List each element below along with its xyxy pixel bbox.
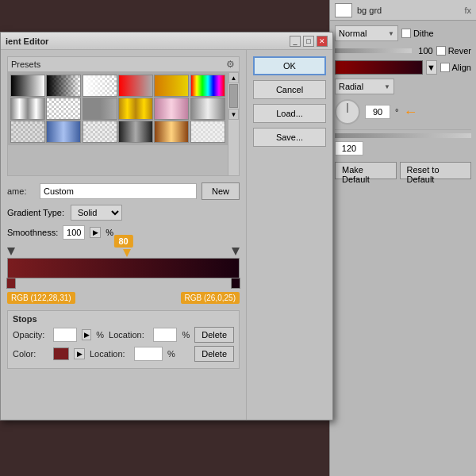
preset-pink-metallic[interactable] (154, 98, 189, 120)
preset-copper[interactable] (154, 121, 189, 143)
preset-orange-yellow[interactable] (154, 75, 189, 97)
preset-checkered2[interactable] (10, 121, 45, 143)
smoothness-value[interactable]: 100 (63, 225, 85, 240)
presets-section: Presets ⚙ (7, 56, 240, 176)
gradient-type-select[interactable]: Solid (71, 205, 122, 221)
dialog-body: Presets ⚙ (1, 50, 332, 420)
preset-light-check[interactable] (190, 121, 225, 143)
angle-dial[interactable] (335, 99, 360, 125)
blend-mode-dropdown[interactable]: Normal ▼ (335, 25, 398, 41)
gradient-bar[interactable]: 80 (7, 258, 240, 278)
opacity-location-input[interactable] (153, 328, 177, 342)
gradient-editor-dialog: ient Editor _ □ ✕ Presets ⚙ (0, 32, 333, 420)
color-location-input[interactable] (134, 347, 163, 361)
preset-chrome[interactable] (10, 98, 45, 120)
bottom-stop-right[interactable] (231, 278, 240, 289)
cancel-button[interactable]: Cancel (253, 80, 326, 99)
smoothness-unit: % (106, 228, 113, 237)
preset-silver[interactable] (190, 98, 225, 120)
preset-blue-metallic[interactable] (46, 121, 81, 143)
angle-control: 90 ° ← (335, 99, 471, 125)
scrollbar-up[interactable]: ▲ (228, 72, 239, 83)
scale-slider[interactable] (335, 133, 471, 138)
dither-row: Dithe (401, 29, 434, 38)
angle-dial-line (347, 103, 348, 113)
reset-default-button[interactable]: Reset to Default (400, 162, 471, 179)
close-button[interactable]: ✕ (317, 36, 328, 47)
preset-checkered3[interactable] (83, 121, 117, 143)
smoothness-label: Smoothness: (7, 228, 58, 237)
scale-value[interactable]: 120 (335, 141, 363, 155)
preset-white-transparent[interactable] (83, 75, 117, 97)
bottom-stops (7, 279, 240, 290)
minimize-button[interactable]: _ (290, 36, 301, 47)
right-color-label: RGB (26,0,25) (181, 292, 240, 304)
style-arrow: ▼ (384, 83, 390, 90)
top-stop-left[interactable] (7, 248, 15, 255)
divider1 (335, 129, 471, 130)
presets-header: Presets ⚙ (8, 57, 239, 72)
color-location-label: Location: (90, 349, 129, 359)
ok-button[interactable]: OK (253, 56, 326, 75)
opacity-delete-button[interactable]: Delete (194, 327, 234, 343)
fx-label: fx (464, 6, 471, 15)
align-row: Align (440, 63, 471, 72)
blend-mode-row: Normal ▼ Dithe (335, 25, 471, 41)
scrollbar-thumb[interactable] (229, 84, 238, 108)
annotation-arrow (123, 249, 131, 257)
opacity-stop-unit: % (96, 330, 104, 340)
gradient-area: 80 RGB (122,28,31) RGB (26,0,25) (7, 246, 240, 304)
smoothness-stepper[interactable]: ▶ (90, 227, 101, 238)
panel-header: bg grd fx (330, 0, 476, 21)
stops-title: Stops (13, 314, 234, 324)
opacity-stop-row: Opacity: ▶ % Location: % Delete (13, 327, 234, 343)
gradient-swatch[interactable] (335, 60, 423, 75)
opacity-row: 100 Rever (335, 45, 471, 56)
preset-dark-metallic[interactable] (118, 121, 153, 143)
maximize-button[interactable]: □ (303, 36, 314, 47)
dialog-controls: _ □ ✕ (290, 36, 328, 47)
preset-gray-transparent[interactable] (83, 98, 117, 120)
dialog-titlebar: ient Editor _ □ ✕ (1, 33, 332, 50)
angle-arrow-indicator: ← (403, 104, 417, 121)
name-input[interactable] (40, 183, 197, 199)
dither-checkbox[interactable] (401, 29, 411, 38)
top-stop-right[interactable] (232, 248, 240, 255)
right-panel: bg grd fx Normal ▼ Dithe 100 Rever ▼ (329, 0, 476, 476)
color-stop-label: Color: (13, 349, 48, 359)
load-button[interactable]: Load... (253, 104, 326, 123)
gradient-menu-btn[interactable]: ▼ (426, 60, 437, 75)
angle-value[interactable]: 90 (365, 105, 390, 119)
preset-red-transparent[interactable] (118, 75, 153, 97)
save-button[interactable]: Save... (253, 128, 326, 147)
color-labels: RGB (122,28,31) RGB (26,0,25) (7, 292, 240, 304)
dither-label: Dithe (413, 29, 434, 38)
dialog-right: OK Cancel Load... Save... (247, 50, 332, 420)
style-dropdown[interactable]: Radial ▼ (335, 79, 394, 94)
align-label: Align (452, 63, 471, 72)
color-stop-arrow[interactable]: ▶ (74, 348, 85, 359)
presets-grid-wrap (8, 72, 228, 175)
opacity-slider[interactable] (335, 48, 412, 53)
scrollbar-down[interactable]: ▼ (228, 109, 239, 120)
preset-black-white[interactable] (10, 75, 45, 97)
gear-icon[interactable]: ⚙ (225, 59, 236, 70)
preset-gold[interactable] (118, 98, 153, 120)
opacity-stop-stepper[interactable]: ▶ (82, 329, 91, 340)
opacity-location-unit: % (182, 330, 190, 340)
preset-rainbow[interactable] (190, 75, 225, 97)
left-color-label: RGB (122,28,31) (7, 292, 75, 304)
preset-checkered1[interactable] (46, 98, 81, 120)
preset-black-transparent[interactable] (46, 75, 81, 97)
make-default-button[interactable]: Make Default (335, 162, 397, 179)
reverse-checkbox[interactable] (436, 46, 446, 56)
new-button[interactable]: New (202, 182, 240, 200)
angle-symbol: ° (395, 107, 398, 117)
bottom-stop-left[interactable] (6, 278, 16, 289)
align-checkbox[interactable] (440, 63, 450, 72)
opacity-stop-input[interactable] (53, 328, 77, 342)
color-delete-button[interactable]: Delete (194, 346, 234, 362)
gradient-type-label: Gradient Type: (7, 208, 64, 217)
color-stop-swatch[interactable] (53, 347, 69, 360)
color-location-unit: % (167, 349, 175, 359)
